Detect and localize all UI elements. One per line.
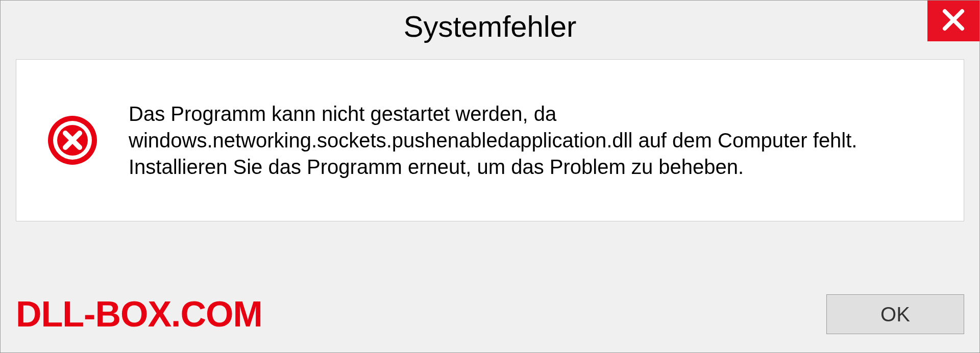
watermark-text: DLL-BOX.COM [16, 294, 262, 335]
ok-button[interactable]: OK [826, 294, 964, 334]
error-icon [47, 115, 98, 166]
dialog-message: Das Programm kann nicht gestartet werden… [129, 100, 938, 180]
close-icon [941, 7, 966, 35]
error-dialog: Systemfehler Das Programm kann nicht ges… [0, 0, 980, 353]
close-button[interactable] [927, 1, 979, 41]
dialog-title: Systemfehler [404, 9, 576, 43]
dialog-body: Das Programm kann nicht gestartet werden… [16, 59, 964, 221]
dialog-titlebar: Systemfehler [1, 1, 979, 52]
dialog-footer: DLL-BOX.COM OK [16, 294, 964, 335]
